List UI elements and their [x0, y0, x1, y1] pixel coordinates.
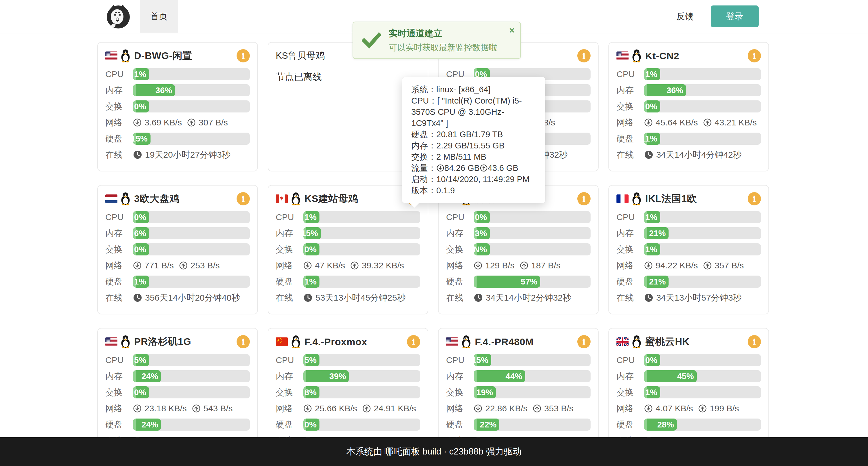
disk-row: 硬盘 1%: [105, 275, 250, 288]
stat-label: CPU: [276, 355, 303, 365]
cpu-bar: 0%: [133, 211, 250, 223]
nezha-panel-link[interactable]: 哪吒面板: [384, 445, 420, 458]
stat-label: 硬盘: [276, 276, 303, 288]
feedback-link[interactable]: 反馈: [676, 11, 693, 23]
stat-label: 交换: [446, 244, 474, 256]
uptime-row: 在线 53天13小时45分钟25秒: [276, 292, 420, 304]
toast-success: 实时通道建立 可以实时获取最新监控数据啦 ×: [352, 22, 521, 59]
memory-fill: 36%: [644, 84, 686, 96]
download-icon: [436, 164, 444, 172]
stat-label: 内存: [105, 370, 133, 382]
uptime-row: 在线 34天14小时2分钟32秒: [446, 292, 591, 304]
login-button[interactable]: 登录: [711, 5, 758, 27]
cpu-row: CPU 1%: [617, 68, 761, 80]
info-icon[interactable]: i: [407, 335, 420, 348]
memory-row: 内存 36%: [617, 84, 761, 96]
stat-label: 内存: [446, 228, 474, 239]
server-info-tooltip: 系统：linux- [x86_64] CPU：[ "Intel(R) Core(…: [402, 77, 546, 203]
info-icon[interactable]: i: [748, 49, 761, 62]
swap-row: 交换 8%: [276, 386, 420, 398]
site-logo-avatar[interactable]: [105, 3, 131, 29]
stat-label: 在线: [617, 292, 644, 304]
disk-row: 硬盘 15%: [105, 133, 250, 145]
memory-row: 内存 24%: [105, 370, 250, 382]
network-row: 网络 94.22 KB/s 357 B/s: [617, 260, 761, 271]
upload-icon: [520, 261, 528, 270]
memory-bar: 6%: [133, 227, 250, 239]
stat-label: 网络: [276, 260, 303, 271]
stat-label: 网络: [446, 403, 474, 414]
info-icon[interactable]: i: [577, 335, 591, 348]
disk-fill: 22%: [474, 419, 499, 431]
memory-fill: 15%: [303, 227, 321, 239]
swap-fill: NaN%: [474, 243, 490, 256]
server-card: 3欧大盘鸡 i CPU 0% 内存 6% 交换 0% 网络 771 B/s 25…: [97, 185, 258, 314]
network-row: 网络 25.66 KB/s 24.91 KB/s: [276, 402, 420, 414]
server-card: 腾讯HK i CPU 0% 内存 3% 交换 NaN% 网络 129 B/s 1…: [438, 185, 599, 314]
swap-bar: 1%: [644, 386, 761, 398]
upload-speed: 187 B/s: [531, 261, 561, 270]
swap-bar: 1%: [644, 243, 761, 256]
info-icon[interactable]: i: [237, 49, 250, 62]
download-icon: [474, 404, 482, 413]
info-icon[interactable]: i: [237, 192, 250, 205]
info-icon[interactable]: i: [577, 49, 591, 62]
server-name: KS建站母鸡: [305, 192, 358, 205]
network-row: 网络 4.07 KB/s 199 B/s: [617, 402, 761, 414]
disk-bar: 10%: [303, 419, 420, 431]
swap-fill: 1%: [644, 243, 660, 256]
linux-tux-icon: [461, 335, 472, 348]
stat-label: 在线: [105, 149, 133, 161]
download-icon: [133, 261, 142, 270]
stat-label: 在线: [105, 292, 133, 304]
linux-tux-icon: [290, 335, 301, 348]
cpu-bar: 5%: [303, 354, 420, 366]
info-icon[interactable]: i: [748, 335, 761, 348]
country-flag-icon-us: [105, 337, 117, 346]
network-value-fragment: 3/s: [544, 118, 555, 127]
uptime-value: 34天14小时4分钟42秒: [656, 149, 742, 161]
stat-label: CPU: [617, 69, 644, 79]
disk-fill: 1%: [133, 275, 149, 288]
cpu-row: CPU 5%: [276, 354, 420, 366]
swap-bar: 0%: [133, 243, 250, 256]
close-icon[interactable]: ×: [509, 26, 515, 35]
swap-fill: 1%: [644, 386, 660, 398]
country-flag-icon-cn: [276, 337, 288, 346]
uptime-value: 356天14小时20分钟40秒: [145, 292, 240, 304]
disk-fill: 21%: [644, 275, 669, 288]
stat-label: CPU: [105, 212, 133, 222]
clock-icon: [644, 150, 653, 159]
info-icon[interactable]: i: [577, 192, 591, 205]
disk-row: 硬盘 21%: [617, 275, 761, 288]
disk-bar: 28%: [644, 419, 761, 431]
linux-tux-icon: [290, 192, 301, 205]
tab-home[interactable]: 首页: [140, 0, 178, 33]
network-row: 网络 47 KB/s 39.32 KB/s: [276, 260, 420, 271]
clock-icon: [474, 293, 483, 302]
cpu-fill: 0%: [133, 211, 149, 223]
upload-icon: [703, 118, 712, 127]
cpu-bar: 1%: [644, 211, 761, 223]
stat-label: CPU: [105, 355, 133, 365]
memory-fill: 21%: [644, 227, 669, 239]
stat-label: 在线: [617, 149, 644, 161]
uptime-value: 19天20小时27分钟3秒: [145, 149, 230, 161]
server-name: IKL法国1欧: [645, 192, 697, 205]
info-icon[interactable]: i: [237, 335, 250, 348]
stat-label: 内存: [276, 370, 303, 382]
info-icon[interactable]: i: [748, 192, 761, 205]
download-icon: [644, 261, 653, 270]
disk-bar: 1%: [133, 275, 250, 288]
server-name: D-BWG-闲置: [134, 49, 192, 62]
download-icon: [644, 404, 653, 413]
memory-bar: 24%: [133, 370, 250, 382]
cpu-fill: 0%: [644, 354, 660, 366]
cpu-bar: 0%: [474, 211, 591, 223]
stat-label: 网络: [105, 117, 133, 129]
stat-label: 硬盘: [446, 419, 474, 431]
uptime-value: 34天14小时2分钟32秒: [486, 292, 571, 304]
linux-tux-icon: [120, 335, 131, 348]
cpu-fill: 1%: [303, 211, 319, 223]
download-speed: 129 B/s: [485, 261, 515, 270]
